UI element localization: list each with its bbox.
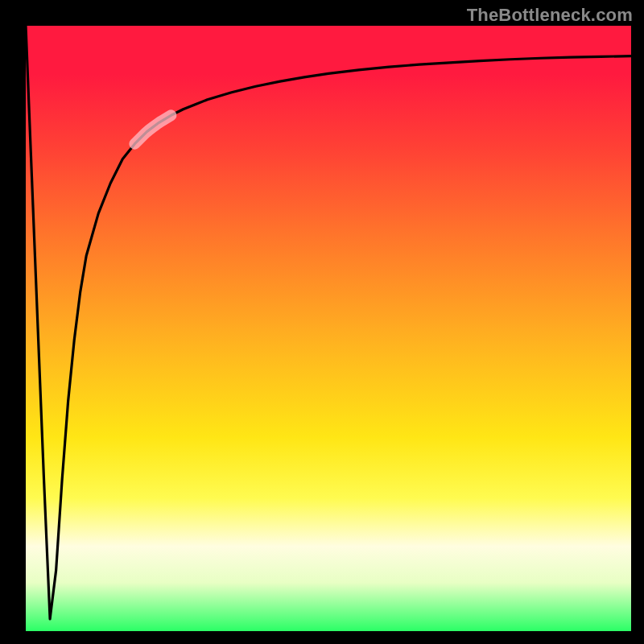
plot-area xyxy=(26,26,631,631)
curve-layer xyxy=(26,26,631,631)
bottleneck-curve xyxy=(26,26,631,619)
chart-frame: TheBottleneck.com xyxy=(0,0,644,644)
watermark-text: TheBottleneck.com xyxy=(467,5,633,26)
curve-highlight xyxy=(134,115,171,143)
